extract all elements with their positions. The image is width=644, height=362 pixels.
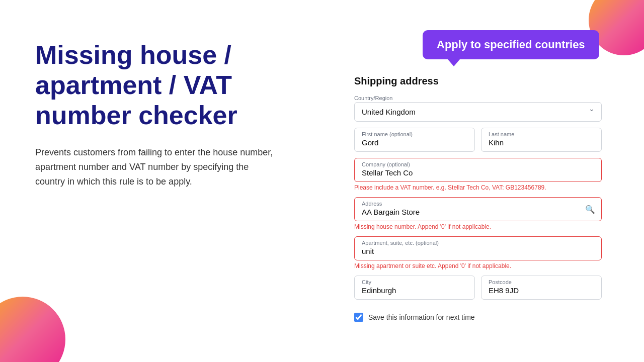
postcode-input[interactable] [489, 286, 594, 295]
last-name-label: Last name [489, 131, 594, 137]
save-info-checkbox[interactable] [354, 313, 363, 322]
apply-countries-badge[interactable]: Apply to specified countries [423, 30, 599, 59]
country-select-wrapper[interactable]: Country/Region United Kingdom United Sta… [354, 95, 602, 122]
apartment-group: Apartment, suite, etc. (optional) Missin… [354, 236, 602, 269]
main-title: Missing house / apartment / VAT number c… [35, 40, 307, 130]
name-row: First name (optional) Last name [354, 128, 602, 158]
save-info-label[interactable]: Save this information for next time [368, 313, 475, 321]
left-panel: Missing house / apartment / VAT number c… [35, 40, 307, 189]
save-info-row: Save this information for next time [354, 313, 602, 322]
first-name-group: First name (optional) [354, 128, 475, 152]
apartment-label: Apartment, suite, etc. (optional) [362, 240, 594, 246]
apartment-wrapper: Apartment, suite, etc. (optional) [354, 236, 602, 260]
country-region-group: Country/Region United Kingdom United Sta… [354, 95, 602, 122]
company-group: Company (optional) Please include a VAT … [354, 158, 602, 191]
last-name-input[interactable] [489, 138, 594, 147]
country-select[interactable]: United Kingdom United States Germany Fra… [354, 102, 602, 122]
city-label: City [362, 279, 467, 285]
city-input[interactable] [362, 286, 467, 295]
city-group: City [354, 276, 475, 300]
address-wrapper: Address 🔍 [354, 197, 602, 221]
description-text: Prevents customers from failing to enter… [35, 145, 277, 189]
apartment-error-msg: Missing apartment or suite etc. Append '… [354, 262, 602, 269]
country-label: Country/Region [354, 95, 602, 101]
apartment-input[interactable] [362, 247, 594, 255]
first-name-label: First name (optional) [362, 131, 467, 137]
postcode-label: Postcode [489, 279, 594, 285]
search-icon: 🔍 [585, 205, 595, 214]
address-error-msg: Missing house number. Append '0' if not … [354, 223, 602, 230]
last-name-wrapper: Last name [481, 128, 602, 152]
address-label: Address [362, 201, 594, 207]
address-group: Address 🔍 Missing house number. Append '… [354, 197, 602, 230]
postcode-wrapper: Postcode [481, 276, 602, 300]
company-input[interactable] [362, 168, 594, 177]
address-input[interactable] [362, 208, 594, 216]
shipping-address-title: Shipping address [354, 75, 602, 87]
right-panel: Apply to specified countries Shipping ad… [342, 30, 614, 334]
first-name-input[interactable] [362, 138, 467, 147]
company-wrapper: Company (optional) [354, 158, 602, 182]
city-wrapper: City [354, 276, 475, 300]
last-name-group: Last name [481, 128, 602, 152]
first-name-wrapper: First name (optional) [354, 128, 475, 152]
deco-bottom-left-circle [0, 297, 65, 362]
company-error-msg: Please include a VAT number. e.g. Stella… [354, 184, 602, 191]
city-postcode-row: City Postcode [354, 276, 602, 306]
form-container: Shipping address Country/Region United K… [342, 65, 614, 334]
postcode-group: Postcode [481, 276, 602, 300]
company-label: Company (optional) [362, 161, 594, 167]
